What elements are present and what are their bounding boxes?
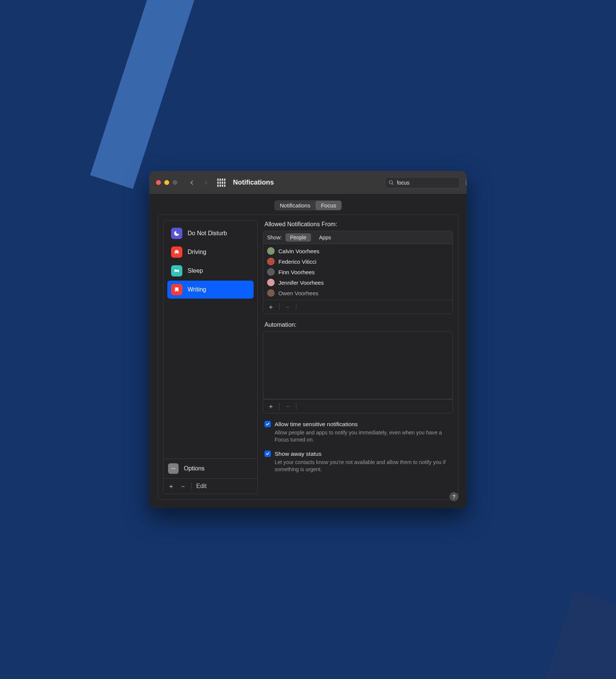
svg-point-0 <box>389 181 393 184</box>
focus-item-writing[interactable]: Writing <box>167 281 254 299</box>
moon-icon <box>171 228 182 239</box>
search-icon <box>388 180 394 185</box>
remove-person-button[interactable]: － <box>284 302 291 311</box>
away-status-label: Show away status <box>275 450 453 458</box>
bed-icon <box>171 265 182 276</box>
person-name: Federico Viticci <box>278 258 316 265</box>
options-label: Options <box>184 465 204 472</box>
search-input[interactable] <box>397 180 463 186</box>
allowed-box: Show: People Apps Calvin Voorhees F <box>263 231 453 314</box>
away-status-desc: Let your contacts know you're not availa… <box>275 459 453 473</box>
tab-focus[interactable]: Focus <box>316 201 341 210</box>
person-row[interactable]: Owen Voorhees <box>263 288 452 298</box>
avatar <box>267 289 275 297</box>
person-row[interactable]: Finn Voorhees <box>263 267 452 277</box>
window-controls <box>156 180 177 185</box>
person-name: Finn Voorhees <box>278 269 315 275</box>
avatar <box>267 279 275 286</box>
remove-automation-button[interactable]: － <box>284 402 291 411</box>
add-automation-button[interactable]: ＋ <box>267 402 275 411</box>
back-button[interactable] <box>186 177 197 188</box>
focus-item-label: Writing <box>188 286 206 293</box>
automation-box: ＋ － <box>263 331 453 413</box>
preferences-window: Notifications ✕ Notifications Focus <box>149 171 467 508</box>
show-label: Show: <box>267 234 282 240</box>
time-sensitive-label: Allow time sensitive notifications <box>275 420 453 428</box>
focus-detail: Allowed Notifications From: Show: People… <box>263 220 453 494</box>
bookmark-icon <box>171 284 182 295</box>
focus-list: Do Not Disturb Driving Sleep <box>164 221 257 458</box>
person-row[interactable]: Calvin Voorhees <box>263 246 452 256</box>
focus-item-label: Driving <box>188 249 206 255</box>
allowed-label: Allowed Notifications From: <box>264 221 453 228</box>
automation-list <box>263 332 452 399</box>
focus-item-dnd[interactable]: Do Not Disturb <box>167 224 254 242</box>
time-sensitive-row: Allow time sensitive notifications Allow… <box>263 420 453 443</box>
person-name: Owen Voorhees <box>278 290 319 296</box>
svg-point-4 <box>174 468 175 469</box>
remove-focus-button[interactable]: － <box>179 482 187 491</box>
person-row[interactable]: Jennifer Voorhees <box>263 277 452 288</box>
svg-point-2 <box>171 468 172 469</box>
away-status-checkbox[interactable] <box>264 451 271 457</box>
tab-notifications[interactable]: Notifications <box>275 201 316 210</box>
zoom-window-button[interactable] <box>173 180 177 185</box>
car-icon <box>171 246 182 258</box>
allowed-footer: ＋ － <box>263 300 452 314</box>
avatar <box>267 247 275 255</box>
avatar <box>267 258 275 265</box>
help-button[interactable]: ? <box>449 492 458 501</box>
person-row[interactable]: Federico Viticci <box>263 256 452 267</box>
focus-sidebar: Do Not Disturb Driving Sleep <box>163 220 258 494</box>
show-filter: Show: People Apps <box>263 231 452 244</box>
filter-people[interactable]: People <box>285 233 311 242</box>
automation-footer: ＋ － <box>263 399 452 413</box>
focus-options-row[interactable]: Options <box>164 458 257 478</box>
edit-button[interactable]: Edit <box>196 483 207 490</box>
person-name: Jennifer Voorhees <box>278 279 324 286</box>
ellipsis-icon <box>168 463 179 474</box>
focus-panel: Do Not Disturb Driving Sleep <box>158 215 458 500</box>
window-title: Notifications <box>233 179 274 186</box>
automation-label: Automation: <box>264 321 453 328</box>
tab-switcher: Notifications Focus <box>274 200 342 210</box>
clear-search-button[interactable]: ✕ <box>466 180 467 186</box>
time-sensitive-checkbox[interactable] <box>264 421 271 427</box>
focus-item-driving[interactable]: Driving <box>167 243 254 261</box>
people-list: Calvin Voorhees Federico Viticci Finn Vo… <box>263 244 452 300</box>
filter-apps[interactable]: Apps <box>315 233 336 242</box>
avatar <box>267 268 275 276</box>
focus-item-label: Do Not Disturb <box>188 230 227 237</box>
minimize-window-button[interactable] <box>164 180 169 185</box>
svg-point-3 <box>173 468 174 469</box>
focus-item-label: Sleep <box>188 267 203 274</box>
forward-button[interactable] <box>201 177 211 188</box>
sidebar-footer: ＋ － Edit <box>164 478 257 494</box>
show-all-icon[interactable] <box>217 179 225 187</box>
focus-item-sleep[interactable]: Sleep <box>167 262 254 280</box>
search-field[interactable]: ✕ <box>385 177 460 188</box>
svg-line-1 <box>392 183 393 185</box>
add-focus-button[interactable]: ＋ <box>167 482 175 491</box>
away-status-row: Show away status Let your contacts know … <box>263 450 453 473</box>
time-sensitive-desc: Allow people and apps to notify you imme… <box>275 429 453 443</box>
add-person-button[interactable]: ＋ <box>267 302 275 311</box>
titlebar: Notifications ✕ <box>149 171 467 194</box>
content-area: Notifications Focus Do Not Disturb <box>149 194 467 508</box>
person-name: Calvin Voorhees <box>278 248 319 254</box>
close-window-button[interactable] <box>156 180 161 185</box>
